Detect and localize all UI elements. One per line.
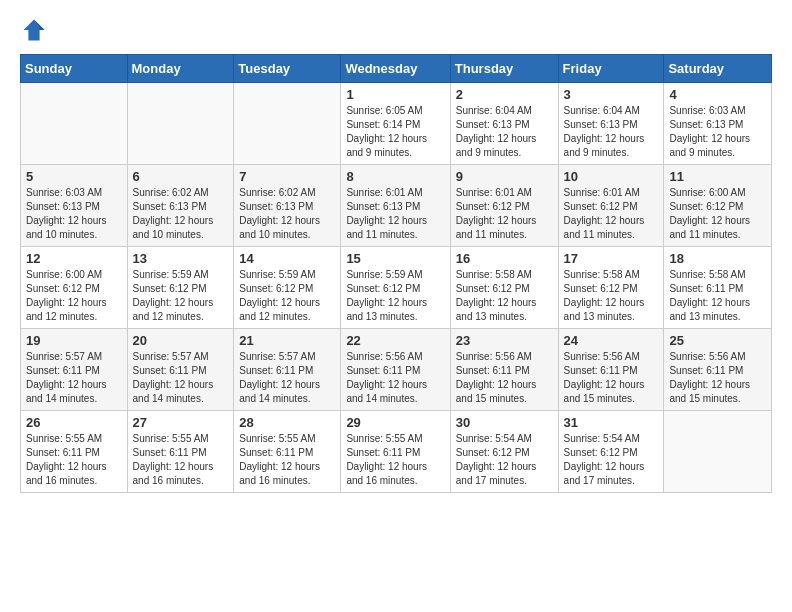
- day-info: Sunrise: 5:56 AMSunset: 6:11 PMDaylight:…: [564, 350, 659, 406]
- calendar-cell: 17Sunrise: 5:58 AMSunset: 6:12 PMDayligh…: [558, 247, 664, 329]
- day-info: Sunrise: 6:01 AMSunset: 6:13 PMDaylight:…: [346, 186, 444, 242]
- calendar-cell: 23Sunrise: 5:56 AMSunset: 6:11 PMDayligh…: [450, 329, 558, 411]
- day-number: 19: [26, 333, 122, 348]
- day-number: 11: [669, 169, 766, 184]
- week-row-3: 12Sunrise: 6:00 AMSunset: 6:12 PMDayligh…: [21, 247, 772, 329]
- day-number: 1: [346, 87, 444, 102]
- week-row-5: 26Sunrise: 5:55 AMSunset: 6:11 PMDayligh…: [21, 411, 772, 493]
- calendar-cell: 27Sunrise: 5:55 AMSunset: 6:11 PMDayligh…: [127, 411, 234, 493]
- day-info: Sunrise: 5:55 AMSunset: 6:11 PMDaylight:…: [26, 432, 122, 488]
- day-info: Sunrise: 5:57 AMSunset: 6:11 PMDaylight:…: [239, 350, 335, 406]
- day-info: Sunrise: 5:59 AMSunset: 6:12 PMDaylight:…: [346, 268, 444, 324]
- calendar-cell: 20Sunrise: 5:57 AMSunset: 6:11 PMDayligh…: [127, 329, 234, 411]
- calendar-cell: [127, 83, 234, 165]
- calendar-cell: 12Sunrise: 6:00 AMSunset: 6:12 PMDayligh…: [21, 247, 128, 329]
- header: [20, 16, 772, 44]
- day-info: Sunrise: 6:03 AMSunset: 6:13 PMDaylight:…: [669, 104, 766, 160]
- calendar-cell: 25Sunrise: 5:56 AMSunset: 6:11 PMDayligh…: [664, 329, 772, 411]
- weekday-header-thursday: Thursday: [450, 55, 558, 83]
- day-info: Sunrise: 5:59 AMSunset: 6:12 PMDaylight:…: [133, 268, 229, 324]
- day-number: 26: [26, 415, 122, 430]
- calendar-cell: 5Sunrise: 6:03 AMSunset: 6:13 PMDaylight…: [21, 165, 128, 247]
- day-info: Sunrise: 6:00 AMSunset: 6:12 PMDaylight:…: [669, 186, 766, 242]
- day-number: 15: [346, 251, 444, 266]
- day-info: Sunrise: 6:03 AMSunset: 6:13 PMDaylight:…: [26, 186, 122, 242]
- calendar-cell: 19Sunrise: 5:57 AMSunset: 6:11 PMDayligh…: [21, 329, 128, 411]
- calendar-cell: 9Sunrise: 6:01 AMSunset: 6:12 PMDaylight…: [450, 165, 558, 247]
- calendar-cell: 14Sunrise: 5:59 AMSunset: 6:12 PMDayligh…: [234, 247, 341, 329]
- calendar-cell: 13Sunrise: 5:59 AMSunset: 6:12 PMDayligh…: [127, 247, 234, 329]
- day-number: 9: [456, 169, 553, 184]
- day-number: 27: [133, 415, 229, 430]
- day-number: 2: [456, 87, 553, 102]
- logo-icon: [20, 16, 48, 44]
- day-number: 28: [239, 415, 335, 430]
- day-info: Sunrise: 5:56 AMSunset: 6:11 PMDaylight:…: [669, 350, 766, 406]
- day-number: 20: [133, 333, 229, 348]
- day-number: 30: [456, 415, 553, 430]
- day-info: Sunrise: 6:01 AMSunset: 6:12 PMDaylight:…: [456, 186, 553, 242]
- day-info: Sunrise: 5:57 AMSunset: 6:11 PMDaylight:…: [26, 350, 122, 406]
- day-number: 5: [26, 169, 122, 184]
- week-row-4: 19Sunrise: 5:57 AMSunset: 6:11 PMDayligh…: [21, 329, 772, 411]
- calendar-cell: 7Sunrise: 6:02 AMSunset: 6:13 PMDaylight…: [234, 165, 341, 247]
- weekday-header-tuesday: Tuesday: [234, 55, 341, 83]
- day-number: 25: [669, 333, 766, 348]
- day-number: 21: [239, 333, 335, 348]
- day-number: 10: [564, 169, 659, 184]
- calendar: SundayMondayTuesdayWednesdayThursdayFrid…: [20, 54, 772, 493]
- calendar-cell: 1Sunrise: 6:05 AMSunset: 6:14 PMDaylight…: [341, 83, 450, 165]
- weekday-header-monday: Monday: [127, 55, 234, 83]
- weekday-header-sunday: Sunday: [21, 55, 128, 83]
- day-info: Sunrise: 6:02 AMSunset: 6:13 PMDaylight:…: [239, 186, 335, 242]
- logo: [20, 16, 52, 44]
- calendar-cell: 22Sunrise: 5:56 AMSunset: 6:11 PMDayligh…: [341, 329, 450, 411]
- calendar-header: SundayMondayTuesdayWednesdayThursdayFrid…: [21, 55, 772, 83]
- week-row-1: 1Sunrise: 6:05 AMSunset: 6:14 PMDaylight…: [21, 83, 772, 165]
- calendar-cell: 4Sunrise: 6:03 AMSunset: 6:13 PMDaylight…: [664, 83, 772, 165]
- day-info: Sunrise: 5:58 AMSunset: 6:12 PMDaylight:…: [456, 268, 553, 324]
- calendar-cell: 15Sunrise: 5:59 AMSunset: 6:12 PMDayligh…: [341, 247, 450, 329]
- calendar-cell: 10Sunrise: 6:01 AMSunset: 6:12 PMDayligh…: [558, 165, 664, 247]
- calendar-cell: 11Sunrise: 6:00 AMSunset: 6:12 PMDayligh…: [664, 165, 772, 247]
- calendar-cell: 6Sunrise: 6:02 AMSunset: 6:13 PMDaylight…: [127, 165, 234, 247]
- calendar-cell: 21Sunrise: 5:57 AMSunset: 6:11 PMDayligh…: [234, 329, 341, 411]
- day-number: 23: [456, 333, 553, 348]
- day-info: Sunrise: 5:54 AMSunset: 6:12 PMDaylight:…: [564, 432, 659, 488]
- day-number: 14: [239, 251, 335, 266]
- day-info: Sunrise: 6:05 AMSunset: 6:14 PMDaylight:…: [346, 104, 444, 160]
- calendar-cell: [664, 411, 772, 493]
- day-info: Sunrise: 5:57 AMSunset: 6:11 PMDaylight:…: [133, 350, 229, 406]
- weekday-header-wednesday: Wednesday: [341, 55, 450, 83]
- day-info: Sunrise: 5:59 AMSunset: 6:12 PMDaylight:…: [239, 268, 335, 324]
- day-number: 22: [346, 333, 444, 348]
- day-info: Sunrise: 6:04 AMSunset: 6:13 PMDaylight:…: [456, 104, 553, 160]
- day-info: Sunrise: 5:58 AMSunset: 6:11 PMDaylight:…: [669, 268, 766, 324]
- day-number: 3: [564, 87, 659, 102]
- day-number: 31: [564, 415, 659, 430]
- calendar-cell: 28Sunrise: 5:55 AMSunset: 6:11 PMDayligh…: [234, 411, 341, 493]
- calendar-cell: 31Sunrise: 5:54 AMSunset: 6:12 PMDayligh…: [558, 411, 664, 493]
- calendar-cell: 3Sunrise: 6:04 AMSunset: 6:13 PMDaylight…: [558, 83, 664, 165]
- day-number: 12: [26, 251, 122, 266]
- day-number: 4: [669, 87, 766, 102]
- calendar-cell: 26Sunrise: 5:55 AMSunset: 6:11 PMDayligh…: [21, 411, 128, 493]
- calendar-cell: [234, 83, 341, 165]
- day-info: Sunrise: 5:56 AMSunset: 6:11 PMDaylight:…: [456, 350, 553, 406]
- calendar-cell: 16Sunrise: 5:58 AMSunset: 6:12 PMDayligh…: [450, 247, 558, 329]
- day-number: 18: [669, 251, 766, 266]
- day-number: 13: [133, 251, 229, 266]
- day-number: 17: [564, 251, 659, 266]
- day-number: 6: [133, 169, 229, 184]
- day-info: Sunrise: 6:00 AMSunset: 6:12 PMDaylight:…: [26, 268, 122, 324]
- calendar-cell: 30Sunrise: 5:54 AMSunset: 6:12 PMDayligh…: [450, 411, 558, 493]
- calendar-body: 1Sunrise: 6:05 AMSunset: 6:14 PMDaylight…: [21, 83, 772, 493]
- weekday-header-friday: Friday: [558, 55, 664, 83]
- day-number: 16: [456, 251, 553, 266]
- day-info: Sunrise: 5:55 AMSunset: 6:11 PMDaylight:…: [133, 432, 229, 488]
- day-info: Sunrise: 5:55 AMSunset: 6:11 PMDaylight:…: [239, 432, 335, 488]
- day-info: Sunrise: 5:54 AMSunset: 6:12 PMDaylight:…: [456, 432, 553, 488]
- day-info: Sunrise: 5:55 AMSunset: 6:11 PMDaylight:…: [346, 432, 444, 488]
- week-row-2: 5Sunrise: 6:03 AMSunset: 6:13 PMDaylight…: [21, 165, 772, 247]
- day-info: Sunrise: 5:58 AMSunset: 6:12 PMDaylight:…: [564, 268, 659, 324]
